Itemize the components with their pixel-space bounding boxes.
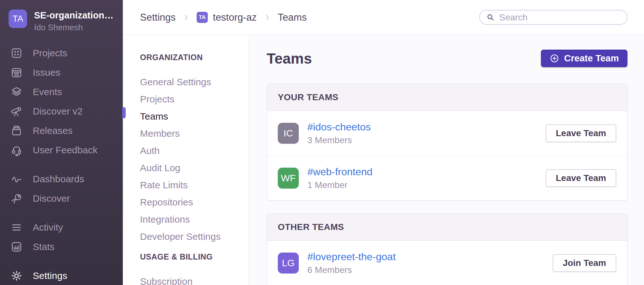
app-window: TA SE-organization… Ido Shemesh Projects (0, 0, 644, 285)
breadcrumb-org[interactable]: TA testorg-az (197, 12, 257, 23)
team-avatar: WF (278, 168, 299, 189)
settings-nav-projects[interactable]: Projects (140, 91, 248, 108)
breadcrumb-org-label: testorg-az (213, 12, 257, 23)
team-info: #idos-cheetos 3 Members (307, 121, 371, 145)
other-teams-panel: OTHER TEAMS LG #lovepreet-the-goat 6 Mem… (267, 213, 627, 285)
team-link[interactable]: #web-frontend (307, 166, 373, 178)
settings-nav-subscription[interactable]: Subscription (140, 273, 248, 285)
create-team-button[interactable]: Create Team (541, 50, 627, 67)
sidebar-item-label: User Feedback (33, 145, 97, 156)
sidebar-item-label: Activity (33, 222, 63, 233)
plus-circle-icon (550, 53, 559, 63)
sidebar-item-label: Discover (33, 193, 70, 204)
sidebar-item-discover[interactable]: Discover (0, 189, 123, 208)
user-name: Ido Shemesh (34, 23, 114, 32)
gear-icon (10, 270, 23, 282)
settings-nav-members[interactable]: Members (140, 125, 248, 142)
sidebar-item-issues[interactable]: Issues (0, 63, 123, 82)
settings-nav-integrations[interactable]: Integrations (140, 211, 248, 228)
breadcrumb-settings[interactable]: Settings (140, 12, 176, 23)
search-input[interactable] (499, 12, 620, 23)
sidebar-item-label: Issues (33, 67, 60, 78)
team-avatar: IC (278, 123, 299, 144)
primary-sidebar: TA SE-organization… Ido Shemesh Projects (0, 0, 123, 285)
breadcrumb: Settings TA testorg-az Teams (140, 12, 307, 23)
teams-page: Teams Create Team YOUR TEAMS IC #idos (249, 35, 644, 285)
sidebar-item-events[interactable]: Events (0, 82, 123, 101)
chevron-right-icon (182, 13, 190, 22)
search-box[interactable] (479, 10, 627, 25)
team-info: #web-frontend 1 Member (307, 166, 373, 190)
settings-nav: ORGANIZATION General Settings Projects T… (123, 35, 249, 285)
top-header: Settings TA testorg-az Teams (123, 0, 644, 35)
page-header: Teams Create Team (267, 50, 627, 67)
sidebar-item-label: Settings (33, 270, 67, 281)
sidebar-item-label: Events (33, 87, 62, 97)
sidebar-active-indicator (122, 107, 126, 118)
panel-title: YOUR TEAMS (267, 84, 627, 111)
org-avatar: TA (9, 10, 27, 28)
org-name: SE-organization… (34, 10, 114, 21)
headset-icon (10, 144, 23, 156)
team-member-count: 1 Member (307, 180, 373, 190)
create-team-label: Create Team (564, 53, 619, 64)
team-row: IC #idos-cheetos 3 Members Leave Team (267, 111, 627, 156)
org-switcher[interactable]: TA SE-organization… Ido Shemesh (0, 0, 123, 32)
sidebar-group-analytics: Dashboards Discover (0, 169, 123, 208)
settings-nav-developer-settings[interactable]: Developer Settings (140, 228, 248, 245)
grid-icon (10, 47, 23, 59)
team-member-count: 3 Members (307, 135, 371, 145)
settings-nav-repositories[interactable]: Repositories (140, 194, 248, 211)
team-member-count: 6 Members (307, 265, 396, 275)
main-column: Settings TA testorg-az Teams ORGANIZATIO… (123, 0, 644, 285)
menu-lines-icon (10, 221, 23, 233)
team-avatar: LG (278, 253, 299, 274)
settings-content: ORGANIZATION General Settings Projects T… (123, 35, 644, 285)
pulse-icon (10, 173, 23, 185)
sidebar-item-releases[interactable]: Releases (0, 121, 123, 140)
breadcrumb-teams[interactable]: Teams (278, 12, 307, 23)
telescope-icon (10, 105, 23, 117)
join-team-button[interactable]: Join Team (553, 254, 616, 272)
layers-icon (10, 86, 23, 98)
sidebar-footer: Settings (0, 266, 123, 285)
settings-nav-general-settings[interactable]: General Settings (140, 73, 248, 91)
sidebar-nav: Projects Issues Events (0, 43, 123, 266)
settings-nav-section-title: ORGANIZATION (140, 53, 248, 62)
settings-nav-items: General Settings Projects Teams Members … (140, 73, 248, 245)
sidebar-item-dashboards[interactable]: Dashboards (0, 169, 123, 189)
org-meta: SE-organization… Ido Shemesh (34, 10, 114, 32)
archive-icon (10, 125, 23, 137)
settings-nav-audit-log[interactable]: Audit Log (140, 159, 248, 177)
team-row: LG #lovepreet-the-goat 6 Members Join Te… (267, 241, 627, 285)
leave-team-button[interactable]: Leave Team (546, 169, 616, 187)
rocket-icon (10, 192, 23, 205)
sidebar-item-label: Stats (33, 241, 54, 252)
sidebar-item-label: Dashboards (33, 174, 84, 184)
settings-nav-teams[interactable]: Teams (140, 108, 248, 125)
sidebar-item-label: Releases (33, 125, 73, 136)
sidebar-item-discover-v2[interactable]: Discover v2 (0, 101, 123, 121)
settings-nav-rate-limits[interactable]: Rate Limits (140, 177, 248, 194)
sidebar-group-activity: Activity Stats (0, 218, 123, 256)
team-row: WF #web-frontend 1 Member Leave Team (267, 156, 627, 200)
chevron-right-icon (263, 13, 271, 22)
search-icon (486, 13, 495, 22)
sidebar-item-label: Projects (33, 48, 67, 59)
sidebar-item-label: Discover v2 (33, 106, 83, 117)
sidebar-item-projects[interactable]: Projects (0, 43, 123, 63)
team-link[interactable]: #lovepreet-the-goat (307, 251, 396, 263)
settings-nav-items: Subscription (140, 273, 248, 285)
sidebar-item-stats[interactable]: Stats (0, 237, 123, 256)
leave-team-button[interactable]: Leave Team (546, 124, 616, 142)
settings-nav-auth[interactable]: Auth (140, 142, 248, 159)
team-link[interactable]: #idos-cheetos (307, 121, 371, 133)
panel-title: OTHER TEAMS (267, 214, 627, 241)
team-info: #lovepreet-the-goat 6 Members (307, 251, 396, 275)
bar-chart-icon (10, 241, 23, 253)
sidebar-item-user-feedback[interactable]: User Feedback (0, 140, 123, 160)
sidebar-item-settings[interactable]: Settings (0, 266, 123, 285)
sidebar-item-activity[interactable]: Activity (0, 218, 123, 237)
page-title: Teams (267, 50, 312, 67)
your-teams-panel: YOUR TEAMS IC #idos-cheetos 3 Members Le… (267, 84, 627, 201)
